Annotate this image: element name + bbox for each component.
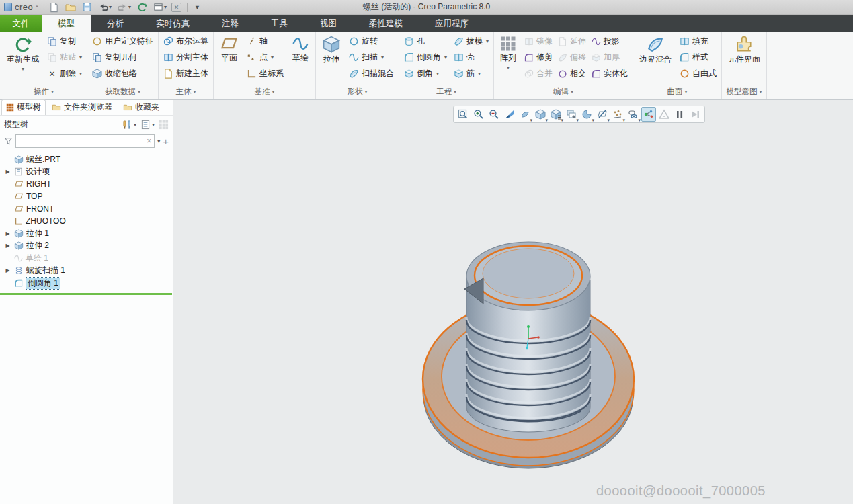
tree-item-extrude-1[interactable]: ▶ 拉伸 1 [0, 227, 173, 239]
datum-display-button[interactable] [595, 107, 610, 122]
expand-arrow-icon[interactable]: ▶ [4, 243, 11, 249]
shell-button[interactable]: 壳 [452, 50, 491, 65]
tree-item-helical-sweep-1[interactable]: ▶ 螺旋扫描 1 [0, 265, 173, 277]
chevron-down-icon[interactable]: ▾ [164, 4, 167, 10]
solidify-button[interactable]: 实体化 [590, 67, 630, 81]
group-label-operations[interactable]: 操作▾ [3, 85, 84, 99]
boundary-blend-button[interactable]: 边界混合 [636, 34, 675, 67]
tab-analysis[interactable]: 分析 [91, 15, 140, 32]
graphics-area[interactable]: dooooit@dooooit_7000005 [173, 100, 853, 504]
chevron-down-icon[interactable]: ▾ [109, 4, 112, 10]
annotation-display-button[interactable] [610, 107, 625, 122]
shrinkwrap-button[interactable]: 收缩包络 [90, 67, 155, 81]
chamfer-button[interactable]: 倒角▾ [402, 67, 449, 81]
chevron-down-icon[interactable]: ▾ [128, 4, 131, 10]
split-body-button[interactable]: 分割主体 [161, 50, 210, 65]
tab-model[interactable]: 模型 [42, 15, 91, 32]
tab-annotate[interactable]: 注释 [206, 15, 255, 32]
draft-button[interactable]: 拔模▾ [452, 34, 491, 48]
tree-item-plane-top[interactable]: TOP [0, 190, 173, 202]
tree-item-extrude-2[interactable]: ▶ 拉伸 2 [0, 240, 173, 252]
refit-button[interactable] [456, 107, 471, 122]
windows-button[interactable]: ▾ [152, 1, 168, 13]
search-options-icon[interactable]: ▾ [157, 138, 160, 144]
mirror-button[interactable]: 镜像 [522, 34, 555, 48]
tree-item-part-root[interactable]: 螺丝.PRT [0, 153, 173, 165]
freestyle-button[interactable]: 自由式 [678, 67, 719, 81]
tree-item-design-items[interactable]: ▶ 设计项 [0, 165, 173, 177]
show-selected-items-button[interactable] [641, 107, 656, 122]
saved-views-button[interactable] [549, 107, 563, 122]
group-label-get-data[interactable]: 获取数据▾ [90, 85, 155, 99]
section-button[interactable] [579, 107, 594, 122]
project-button[interactable]: 投影 [590, 34, 630, 48]
tree-item-round-1[interactable]: 倒圆角 1 [0, 277, 173, 289]
save-button[interactable] [81, 1, 93, 13]
close-window-button[interactable]: ✕ [171, 3, 181, 12]
group-label-surfaces[interactable]: 曲面▾ [636, 85, 719, 99]
spin-center-button[interactable] [626, 107, 641, 122]
group-label-engineering[interactable]: 工程▾ [402, 85, 491, 99]
tree-tools-button[interactable]: ▾ [122, 120, 136, 130]
expand-arrow-icon[interactable]: ▶ [4, 267, 11, 274]
tab-favorites[interactable]: 收藏夹 [118, 99, 164, 115]
round-button[interactable]: 倒圆角▾ [402, 50, 449, 65]
offset-button[interactable]: 偏移 [556, 50, 588, 65]
copy-button[interactable]: 复制 [45, 34, 84, 48]
tree-item-plane-right[interactable]: RIGHT [0, 178, 173, 190]
fill-button[interactable]: 填充 [678, 34, 719, 48]
thicken-button[interactable]: 加厚 [590, 50, 630, 65]
screw-3d-model[interactable] [402, 238, 671, 473]
tree-item-coordinate-system[interactable]: ZHUOTOO [0, 215, 173, 227]
regenerate-button[interactable]: 重新生成 ▾ [3, 34, 42, 73]
tree-settings-button[interactable] [159, 120, 169, 130]
step-forward-button[interactable] [688, 107, 702, 122]
tab-model-tree[interactable]: 模型树 [1, 99, 46, 115]
revolve-button[interactable]: 旋转 [347, 34, 396, 48]
open-file-button[interactable] [64, 1, 77, 13]
rib-button[interactable]: 筋▾ [452, 67, 491, 81]
delete-button[interactable]: ✕删除▾ [45, 67, 84, 81]
axis-button[interactable]: 轴 [245, 34, 286, 48]
group-label-body[interactable]: 主体▾ [161, 85, 210, 99]
tab-flexible-modeling[interactable]: 柔性建模 [353, 15, 419, 32]
style-button[interactable]: 样式 [678, 50, 719, 65]
trim-button[interactable]: 修剪 [522, 50, 555, 65]
shading-options-button[interactable] [518, 107, 532, 122]
plane-button[interactable]: 平面 [216, 34, 242, 65]
component-interface-button[interactable]: 元件界面 [725, 34, 764, 67]
extend-button[interactable]: 延伸 [556, 34, 588, 48]
redo-button[interactable]: ▾ [116, 1, 132, 13]
sweep-button[interactable]: 扫描▾ [347, 50, 396, 65]
sketch-button[interactable]: 草绘 [288, 34, 313, 65]
coordinate-system-button[interactable]: 坐标系 [245, 67, 286, 81]
paste-button[interactable]: 粘贴▾ [45, 50, 84, 65]
group-label-model-intent[interactable]: 模型意图▾ [725, 85, 764, 99]
group-label-datum[interactable]: 基准▾ [216, 85, 313, 99]
tab-view[interactable]: 视图 [304, 15, 353, 32]
expand-arrow-icon[interactable]: ▶ [4, 230, 11, 237]
pattern-button[interactable]: 阵列 ▾ [497, 34, 520, 72]
pause-button[interactable] [672, 107, 687, 122]
customize-qat-button[interactable]: ▼ [193, 3, 202, 11]
tree-item-sketch-1[interactable]: 草绘 1 [0, 252, 173, 264]
tab-tools[interactable]: 工具 [255, 15, 304, 32]
clear-search-icon[interactable]: × [147, 136, 151, 146]
zoom-out-button[interactable] [487, 107, 501, 122]
extrude-button[interactable]: 拉伸 [319, 34, 344, 67]
add-filter-icon[interactable]: + [163, 136, 169, 146]
udf-button[interactable]: 用户定义特征 [90, 34, 155, 48]
hole-button[interactable]: 孔 [402, 34, 449, 48]
intersect-button[interactable]: 相交 [556, 67, 588, 81]
repaint-button[interactable] [502, 107, 517, 122]
boolean-operations-button[interactable]: 布尔运算 [161, 34, 210, 48]
tab-applications[interactable]: 应用程序 [419, 15, 485, 32]
display-style-button[interactable] [533, 107, 548, 122]
group-label-editing[interactable]: 编辑▾ [497, 85, 630, 99]
view-manager-button[interactable] [564, 107, 579, 122]
tab-file[interactable]: 文件 [0, 15, 42, 32]
zoom-in-button[interactable] [471, 107, 486, 122]
regenerate-quick-button[interactable] [136, 1, 149, 13]
analysis-button[interactable] [657, 107, 672, 122]
tree-display-options-button[interactable]: ▾ [140, 120, 155, 130]
